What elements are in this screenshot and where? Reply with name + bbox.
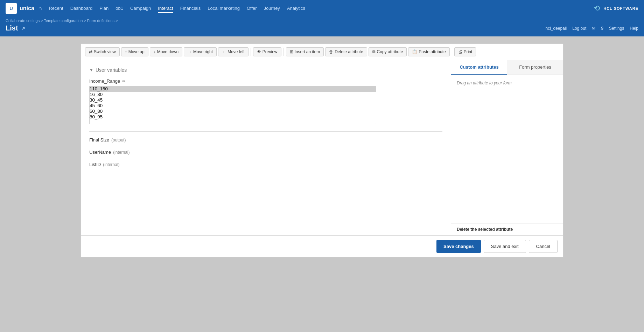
switch-view-button[interactable]: ⇄ Switch view [85, 47, 120, 56]
income-range-listbox[interactable]: 110_150 16_30 30_45 45_60 60_80 80_95 [89, 86, 376, 124]
footer: Save changes Save and exit Cancel [81, 235, 563, 257]
move-down-button[interactable]: ↓ Move down [150, 47, 182, 56]
main-wrapper: ⇄ Switch view ↑ Move up ↓ Move down → Mo… [0, 36, 644, 332]
delete-hint-text: Delete the selected attribute [457, 227, 513, 232]
final-size-tag: (output) [111, 138, 126, 143]
page-title-text: List [6, 24, 18, 32]
messages-icon[interactable]: ✉ [592, 26, 595, 31]
nav-item-offer[interactable]: Offer [247, 4, 257, 13]
breadcrumb-template[interactable]: Template configuration [44, 19, 83, 23]
listbox-item[interactable]: 60_80 [90, 109, 376, 114]
breadcrumb-form[interactable]: Form definitions [87, 19, 114, 23]
listid-label-text: ListID [89, 162, 101, 167]
panel-content: Drag an attribute to your form [451, 75, 563, 223]
move-up-label: Move up [128, 49, 145, 54]
nav-item-analytics[interactable]: Analytics [287, 4, 305, 13]
breadcrumb-sep3: > [115, 19, 118, 23]
income-range-edit-icon[interactable]: ✏ [122, 79, 126, 84]
cancel-button[interactable]: Cancel [529, 240, 558, 253]
nav-item-interact[interactable]: Interact [158, 4, 173, 13]
listbox-item[interactable]: 16_30 [90, 92, 376, 97]
move-left-icon: ← [222, 49, 226, 54]
move-down-label: Move down [157, 49, 178, 54]
income-range-label-text: Income_Range [89, 78, 120, 84]
toolbar-sep2 [284, 48, 284, 56]
move-right-label: Move right [193, 49, 213, 54]
copy-attribute-button[interactable]: ⧉ Copy attribute [369, 47, 407, 56]
username: hcl_deepali [546, 26, 567, 31]
print-icon: 🖨 [458, 49, 462, 54]
top-nav: U unica ⌂ Recent Dashboard Plan ob1 Camp… [0, 0, 644, 17]
username-label: UserName (internal) [89, 150, 442, 155]
listid-field: ListID (internal) [89, 162, 442, 167]
logout-link[interactable]: Log out [572, 26, 586, 31]
save-and-exit-button[interactable]: Save and exit [484, 240, 526, 253]
help-link[interactable]: Help [630, 26, 638, 31]
nav-items: Recent Dashboard Plan ob1 Campaign Inter… [49, 4, 594, 13]
move-left-button[interactable]: ← Move left [218, 47, 248, 56]
insert-icon: ⊞ [290, 49, 293, 54]
section-title: User variables [96, 67, 127, 73]
username-label-text: UserName [89, 150, 111, 155]
nav-item-ob1[interactable]: ob1 [115, 4, 123, 13]
drag-hint: Drag an attribute to your form [457, 81, 512, 85]
delete-attribute-button[interactable]: 🗑 Delete attribute [325, 47, 367, 56]
final-size-label: Final Size (output) [89, 137, 442, 143]
content-body: ▼ User variables Income_Range ✏ 110_150 … [81, 60, 563, 235]
breadcrumb: Collaborate settings > Template configur… [6, 19, 638, 23]
listid-tag: (internal) [103, 162, 119, 167]
tab-form-properties[interactable]: Form properties [507, 60, 563, 75]
nav-item-journey[interactable]: Journey [264, 4, 280, 13]
nav-item-local-marketing[interactable]: Local marketing [208, 4, 240, 13]
right-panel: Custom attributes Form properties Drag a… [451, 60, 563, 235]
insert-item-button[interactable]: ⊞ Insert an item [286, 47, 324, 56]
save-changes-button[interactable]: Save changes [436, 240, 481, 253]
content-card: ⇄ Switch view ↑ Move up ↓ Move down → Mo… [80, 43, 564, 257]
hcl-logo-text: HCL SOFTWARE [603, 6, 638, 11]
move-down-icon: ↓ [154, 49, 156, 54]
nav-item-recent[interactable]: Recent [49, 4, 63, 13]
settings-link[interactable]: Settings [609, 26, 624, 31]
breadcrumb-collaborate[interactable]: Collaborate settings [6, 19, 40, 23]
nav-item-financials[interactable]: Financials [180, 4, 201, 13]
move-right-button[interactable]: → Move right [184, 47, 217, 56]
delete-icon: 🗑 [329, 49, 333, 54]
hcl-icon: ⟲ [594, 4, 600, 13]
logo-text: unica [20, 5, 34, 12]
listbox-item[interactable]: 110_150 [90, 86, 376, 92]
paste-attribute-button[interactable]: 📋 Paste attribute [408, 47, 449, 56]
copy-icon: ⧉ [372, 49, 376, 54]
print-button[interactable]: 🖨 Print [454, 47, 476, 56]
listbox-item[interactable]: 30_45 [90, 97, 376, 103]
paste-icon: 📋 [412, 49, 417, 54]
page-title-link-icon[interactable]: ↗ [21, 26, 25, 31]
page-title: List ↗ [6, 24, 25, 32]
nav-item-plan[interactable]: Plan [99, 4, 108, 13]
switch-view-icon: ⇄ [89, 49, 92, 54]
delete-label: Delete attribute [335, 49, 363, 54]
income-range-field: Income_Range ✏ 110_150 16_30 30_45 45_60… [89, 78, 442, 124]
breadcrumb-sep2: > [84, 19, 87, 23]
preview-button[interactable]: 👁 Preview [253, 47, 281, 56]
preview-label: Preview [262, 49, 278, 54]
listbox-item[interactable]: 80_95 [90, 114, 376, 120]
listbox-item[interactable]: 45_60 [90, 103, 376, 109]
toolbar-sep3 [452, 48, 452, 56]
print-label: Print [464, 49, 472, 54]
income-range-label: Income_Range ✏ [89, 78, 442, 84]
insert-label: Insert an item [295, 49, 320, 54]
final-size-label-text: Final Size [89, 137, 109, 143]
nav-item-campaign[interactable]: Campaign [130, 4, 151, 13]
move-up-icon: ↑ [125, 49, 127, 54]
section-toggle[interactable]: ▼ [89, 68, 93, 72]
tab-custom-attributes[interactable]: Custom attributes [451, 60, 507, 75]
toolbar: ⇄ Switch view ↑ Move up ↓ Move down → Mo… [81, 44, 563, 60]
preview-icon: 👁 [257, 49, 261, 54]
final-size-field: Final Size (output) [89, 137, 442, 143]
separator-1 [89, 131, 442, 132]
move-up-button[interactable]: ↑ Move up [121, 47, 148, 56]
username-field: UserName (internal) [89, 150, 442, 155]
paste-label: Paste attribute [419, 49, 446, 54]
nav-item-dashboard[interactable]: Dashboard [70, 4, 93, 13]
home-icon[interactable]: ⌂ [38, 5, 42, 12]
